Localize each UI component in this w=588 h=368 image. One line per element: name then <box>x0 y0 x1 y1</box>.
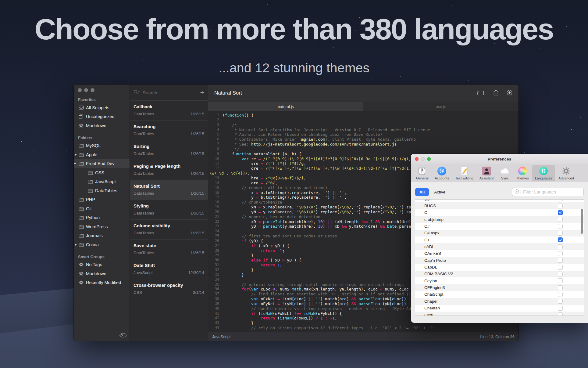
prefs-tab-languages[interactable]: {}Languages <box>532 165 555 181</box>
sidebar-item-1-apple[interactable]: Apple <box>74 150 130 159</box>
tab-use-js[interactable]: use.js <box>363 102 519 111</box>
disclosure-right-icon[interactable] <box>75 153 77 156</box>
window-controls <box>74 85 130 92</box>
sidebar-item-2-recently-modified[interactable]: Recently Modified <box>74 278 130 287</box>
snippet-row-date-shift[interactable]: Date ShiftJavaScript12/30/14 <box>130 259 208 279</box>
prefs-tab-themes[interactable]: Themes <box>513 165 532 181</box>
language-row-chaiscript[interactable]: ChaiScript <box>415 291 584 298</box>
minimize-button[interactable] <box>84 88 88 92</box>
close-button[interactable] <box>78 88 82 92</box>
add-snippet-button[interactable]: + <box>200 89 204 96</box>
line-number: 4 <box>208 128 223 132</box>
language-row-ceylon[interactable]: Ceylon <box>415 277 584 284</box>
sidebar-item-1-css[interactable]: CSS <box>74 168 130 177</box>
status-language[interactable]: JavaScript <box>212 334 231 339</box>
sidebar-item-1-php[interactable]: PHP <box>74 195 130 204</box>
sidebar-item-2-no-tags[interactable]: No Tags <box>74 260 130 269</box>
language-checkbox[interactable] <box>558 265 563 270</box>
language-row-cbm-basic-v2[interactable]: CBM BASIC V2 <box>415 271 584 277</box>
language-checkbox[interactable] <box>558 231 563 236</box>
sidebar-item-1-front-end-dev[interactable]: Front End Dev <box>74 159 130 168</box>
segment-active[interactable]: Active <box>434 190 445 194</box>
snippet-row-paging-page-length[interactable]: Paging & Page lengthDataTables1/26/15 <box>130 160 208 180</box>
language-row-cheetah[interactable]: Cheetah <box>415 305 584 312</box>
language-row-cirru[interactable]: Cirru <box>415 312 584 316</box>
sidebar-item-2-markdown[interactable]: Markdown <box>74 269 130 278</box>
sidebar-item-1-git[interactable]: Git <box>74 204 130 213</box>
snippet-row-searching[interactable]: SearchingDataTables1/26/15 <box>130 121 208 140</box>
snippet-row-callback[interactable]: CallbackDataTables1/26/15 <box>130 101 208 121</box>
language-checkbox[interactable] <box>558 224 563 229</box>
zoom-button[interactable] <box>91 88 94 92</box>
prefs-tab-assistant[interactable]: Assistant <box>477 165 497 181</box>
language-row-c[interactable]: C# <box>415 223 584 229</box>
language-checkbox[interactable] <box>558 204 563 208</box>
braces-icon[interactable]: { } <box>476 91 485 96</box>
sidebar-item-1-wordpress[interactable]: WordPress <box>74 222 130 231</box>
language-row-c-aspx[interactable]: C# aspx <box>415 230 584 236</box>
language-row-cap-n-proto[interactable]: Cap'n Proto <box>415 257 584 264</box>
disclosure-right-icon[interactable] <box>75 244 77 246</box>
language-checkbox[interactable] <box>558 272 563 276</box>
sidebar-item-1-javascript[interactable]: JavaScript <box>74 177 130 186</box>
sidebar-item-0-markdown[interactable]: Markdown <box>74 121 130 130</box>
prefs-tab-text-editing[interactable]: Text Editing <box>452 165 476 181</box>
language-checkbox[interactable] <box>558 299 563 304</box>
sidebar-item-1-cocoa[interactable]: Cocoa <box>74 240 130 249</box>
sidebar-item-1-datatables[interactable]: DataTables <box>74 186 130 195</box>
share-icon[interactable] <box>494 90 498 97</box>
filter-languages-input[interactable] <box>522 189 581 195</box>
sidebar-item-0-uncategorized[interactable]: Uncategorized <box>74 112 130 121</box>
language-row-c[interactable]: C <box>415 209 584 216</box>
language-row-cadl[interactable]: cADL <box>415 243 584 250</box>
language-row-camkes[interactable]: CAmkES <box>415 250 584 257</box>
snippet-count-toggle-icon[interactable] <box>119 333 127 339</box>
language-row-capdl[interactable]: CapDL <box>415 264 584 270</box>
snippet-row-save-state[interactable]: Save stateDataTables1/26/15 <box>130 240 208 259</box>
snippet-row-column-visibility[interactable]: Column visibilityDataTables1/26/15 <box>130 220 208 240</box>
zoom-button[interactable] <box>427 157 431 161</box>
language-row-cfengine3[interactable]: CFEngine3 <box>415 284 584 291</box>
sidebar-item-label: No Tags <box>86 262 102 267</box>
language-checkbox[interactable] <box>558 237 563 242</box>
language-checkbox[interactable] <box>558 199 563 201</box>
disclosure-down-icon[interactable] <box>74 163 76 165</box>
language-checkbox[interactable] <box>558 306 563 311</box>
language-row-chapel[interactable]: Chapel <box>415 298 584 305</box>
sidebar-item-1-journals[interactable]: Journals <box>74 231 130 240</box>
language-row-c[interactable]: C++ <box>415 236 584 243</box>
snippet-row-sorting[interactable]: SortingDataTables1/26/15 <box>130 140 208 160</box>
close-button[interactable] <box>415 157 419 161</box>
line-number: 31 <box>208 263 223 268</box>
prefs-tab-advanced[interactable]: Advanced <box>556 165 577 181</box>
language-checkbox[interactable] <box>558 285 563 290</box>
snippet-row-styling[interactable]: StylingDataTables1/26/15 <box>130 200 208 220</box>
preferences-window-controls <box>415 157 431 161</box>
scrollbar-thumb[interactable] <box>581 209 583 234</box>
language-checkbox[interactable] <box>558 251 563 256</box>
language-checkbox[interactable] <box>558 278 563 283</box>
language-checkbox[interactable] <box>558 312 563 316</box>
language-row-bugs[interactable]: BUGS <box>415 202 584 209</box>
language-checkbox[interactable] <box>558 210 563 215</box>
language-checkbox[interactable] <box>558 244 563 249</box>
tab-natural-js[interactable]: natural.js <box>208 102 363 111</box>
language-checkbox[interactable] <box>558 292 563 297</box>
line-number: 32 <box>208 268 223 272</box>
language-row-bst[interactable]: BST <box>415 199 584 202</box>
add-fragment-icon[interactable] <box>507 90 512 97</box>
language-row-c-objdump[interactable]: c-objdump <box>415 216 584 223</box>
language-checkbox[interactable] <box>558 258 563 263</box>
prefs-tab-sync[interactable]: Sync <box>497 165 513 181</box>
line-number: 35 <box>208 282 223 287</box>
sidebar-item-0-all-snippets[interactable]: All Snippets <box>74 103 130 112</box>
sidebar-item-1-python[interactable]: Python <box>74 213 130 222</box>
language-checkbox[interactable] <box>558 217 563 222</box>
search-input[interactable] <box>142 90 198 96</box>
prefs-tab-general[interactable]: General <box>413 165 431 181</box>
prefs-tab-accounts[interactable]: @Accounts <box>432 165 452 181</box>
sidebar-item-1-mysql[interactable]: MySQL <box>74 141 130 150</box>
snippet-row-natural-sort[interactable]: Natural SortDataTables1/26/15 <box>130 180 208 200</box>
snippet-row-cross-browser-opacity[interactable]: Cross-browser opacityCSS3/1/14 <box>130 279 208 299</box>
segment-all[interactable]: All <box>415 188 429 196</box>
